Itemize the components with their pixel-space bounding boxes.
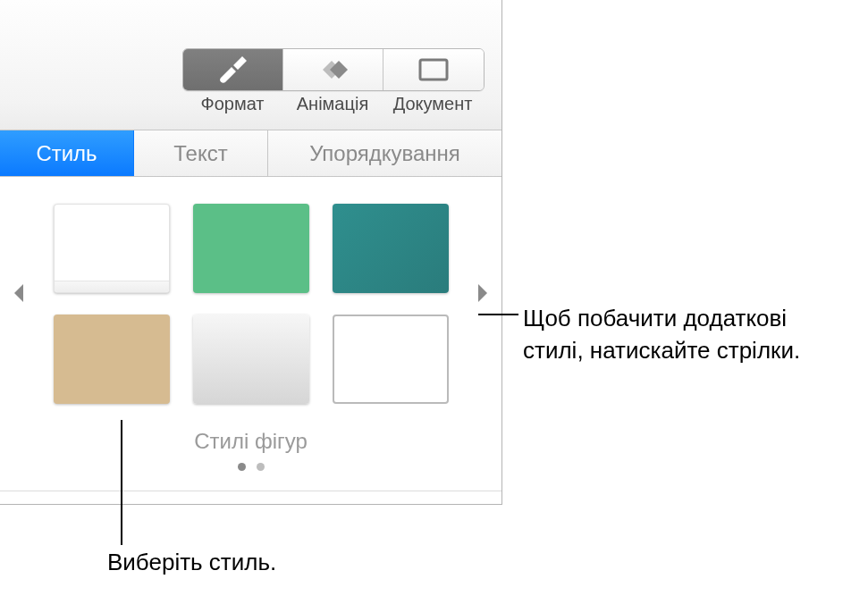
callout-text-line: стилі, натискайте стрілки. (523, 337, 800, 364)
chevron-right-icon (476, 284, 489, 302)
callout-leader-line (121, 420, 122, 545)
style-swatch-outline[interactable] (333, 315, 449, 404)
style-swatch-green[interactable] (193, 204, 309, 293)
page-dot[interactable] (257, 463, 265, 471)
document-segment[interactable] (383, 49, 484, 90)
tab-text[interactable]: Текст (134, 130, 268, 176)
inspector-panel: Формат Анімація Документ Стиль Текст Упо… (0, 0, 502, 505)
callout-text-line: Щоб побачити додаткові (523, 305, 787, 331)
inspector-subtabs: Стиль Текст Упорядкування (0, 130, 501, 177)
diamond-stack-icon (314, 58, 353, 81)
style-swatch-silver[interactable] (193, 315, 309, 404)
animation-label: Анімація (282, 94, 383, 114)
animation-segment[interactable] (283, 49, 383, 90)
svg-rect-0 (420, 60, 447, 80)
style-swatch-grid (36, 204, 466, 404)
document-label: Документ (383, 94, 483, 114)
styles-prev-arrow[interactable] (13, 284, 25, 307)
style-page-dots (36, 463, 466, 471)
toolbar-segmented-control (182, 48, 485, 91)
tab-style[interactable]: Стиль (0, 130, 134, 176)
format-segment[interactable] (183, 49, 283, 90)
toolbar: Формат Анімація Документ (0, 0, 501, 130)
chevron-left-icon (13, 284, 25, 302)
shape-styles-area: Стилі фігур (0, 177, 501, 471)
document-rect-icon (418, 58, 449, 81)
callout-leader-line (478, 314, 518, 315)
toolbar-labels: Формат Анімація Документ (182, 94, 483, 114)
style-swatch-tan[interactable] (54, 315, 170, 404)
styles-next-arrow[interactable] (476, 284, 489, 307)
format-label: Формат (182, 94, 282, 114)
brush-icon (215, 56, 251, 83)
style-swatch-teal[interactable] (333, 204, 449, 293)
page-dot[interactable] (238, 463, 246, 471)
callout-select-hint: Виберіть стиль. (107, 549, 276, 576)
style-swatch-white[interactable] (54, 204, 170, 293)
tab-arrange[interactable]: Упорядкування (268, 130, 501, 176)
panel-separator (0, 491, 501, 491)
shape-styles-label: Стилі фігур (36, 429, 466, 454)
callout-arrow-hint: Щоб побачити додаткові стилі, натискайте… (523, 302, 800, 367)
